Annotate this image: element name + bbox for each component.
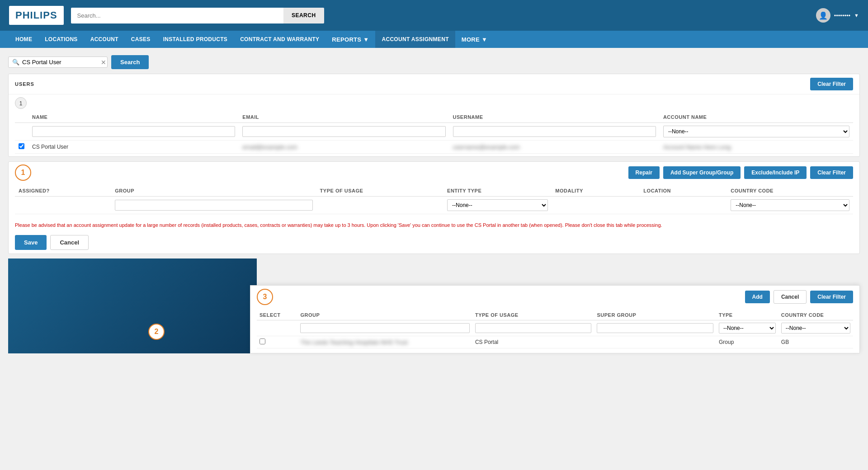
nav-item-installed-products[interactable]: INSTALLED PRODUCTS [157, 31, 234, 48]
assign-filter-group [111, 197, 316, 214]
bottom-badge-2-wrap: 2 [148, 324, 165, 340]
users-filter-account-cell: --None-- [660, 123, 853, 141]
float-row-type: Group [716, 336, 778, 348]
users-filter-name-cell [28, 123, 239, 141]
users-col-email: EMAIL [239, 112, 449, 123]
floating-table-wrap: SELECT GROUP TYPE OF USAGE SUPER GROUP T… [250, 308, 859, 353]
assign-filter-country-select[interactable]: --None-- [731, 199, 849, 211]
logo-text: PHILIPS [15, 9, 57, 21]
users-filter-account-select[interactable]: --None-- [663, 126, 849, 137]
assign-filter-group-input[interactable] [115, 200, 312, 211]
assignment-badge: 1 [15, 164, 31, 181]
search-input-wrap: 🔍 ✕ [8, 56, 108, 68]
float-filter-type-select[interactable]: --None-- [719, 323, 776, 334]
users-row-username-value: username@example.com [453, 144, 520, 150]
float-filter-group-input[interactable] [300, 323, 469, 333]
float-row-checkbox[interactable] [259, 338, 265, 344]
float-filter-group [297, 320, 472, 336]
floating-table: SELECT GROUP TYPE OF USAGE SUPER GROUP T… [257, 310, 853, 348]
assign-col-type-usage: TYPE OF USAGE [316, 185, 443, 197]
users-table: NAME EMAIL USERNAME ACCOUNT NAME [15, 112, 853, 154]
assign-filter-entity: --None-- [443, 197, 552, 214]
nav-item-locations[interactable]: LOCATIONS [38, 31, 84, 48]
users-col-username: USERNAME [449, 112, 660, 123]
assign-col-assigned: Assigned? [15, 185, 111, 197]
assign-col-modality: MODALITY [552, 185, 640, 197]
header-search-input[interactable] [71, 8, 283, 24]
users-col-account: ACCOUNT NAME [660, 112, 853, 123]
assign-filter-modality [552, 197, 640, 214]
advisory-text: Please be advised that an account assign… [9, 219, 859, 231]
users-filter-username[interactable] [453, 126, 656, 137]
float-col-type-usage: TYPE OF USAGE [472, 310, 594, 320]
assign-filter-location [640, 197, 727, 214]
float-filter-country-select[interactable]: --None-- [781, 323, 850, 334]
assignment-clear-filter-button[interactable]: Clear Filter [810, 166, 853, 179]
float-row-select [257, 336, 297, 348]
users-panel-title: USERS [15, 81, 34, 87]
exclude-include-button[interactable]: Exclude/Include IP [744, 166, 807, 179]
float-filter-row: --None-- --None-- [257, 320, 853, 336]
table-row: CS Portal User email@example.com usernam… [15, 141, 853, 154]
float-filter-super-input[interactable] [597, 323, 713, 333]
floating-btn-row: 3 Add Cancel Clear Filter [250, 286, 859, 308]
nav-item-home[interactable]: HOME [9, 31, 38, 48]
users-row-name: CS Portal User [28, 141, 239, 154]
users-panel: USERS Clear Filter 1 NAME EMAIL USERNAME… [8, 74, 860, 157]
table-row: The Leeds Teaching Hospitals NHS Trust C… [257, 336, 853, 348]
float-filter-super-group [594, 320, 716, 336]
users-clear-filter-button[interactable]: Clear Filter [810, 78, 853, 90]
badge-2: 2 [148, 324, 165, 340]
float-row-type-usage: CS Portal [472, 336, 594, 348]
floating-add-button[interactable]: Add [745, 291, 770, 303]
float-col-super-group: SUPER GROUP [594, 310, 716, 320]
assign-filter-country: --None-- [727, 197, 853, 214]
clear-icon[interactable]: ✕ [101, 59, 106, 66]
assign-filter-assigned [15, 197, 111, 214]
nav-item-account-assignment[interactable]: ACCOUNT ASSIGNMENT [375, 31, 455, 48]
float-col-select: SELECT [257, 310, 297, 320]
float-filter-select [257, 320, 297, 336]
users-row-account-value: Account Name Here Long [663, 144, 731, 150]
assignment-filter-row: --None-- --None-- [15, 197, 853, 214]
logo: PHILIPS [9, 6, 64, 25]
nav-item-cases[interactable]: CASES [125, 31, 157, 48]
assign-filter-type-usage [316, 197, 443, 214]
float-col-type: TYPE [716, 310, 778, 320]
repair-button[interactable]: Repair [628, 166, 660, 179]
nav-item-contract-warranty[interactable]: CONTRACT AND WARRANTY [234, 31, 326, 48]
save-button[interactable]: Save [15, 235, 47, 250]
add-super-group-button[interactable]: Add Super Group/Group [663, 166, 741, 179]
cancel-button[interactable]: Cancel [50, 235, 89, 250]
floating-clear-filter-button[interactable]: Clear Filter [810, 291, 853, 303]
nav-item-more[interactable]: MORE ▼ [455, 31, 494, 48]
nav-bar: HOME LOCATIONS ACCOUNT CASES INSTALLED P… [0, 31, 868, 48]
nav-item-reports[interactable]: REPORTS ▼ [326, 31, 375, 48]
assign-col-country: COUNTRY CODE [727, 185, 853, 197]
nav-item-account[interactable]: ACCOUNT [84, 31, 125, 48]
users-row-checkbox[interactable] [19, 143, 24, 149]
search-button[interactable]: Search [111, 55, 149, 69]
float-filter-usage-input[interactable] [475, 323, 592, 333]
assign-col-location: LOCATION [640, 185, 727, 197]
floating-cancel-button[interactable]: Cancel [774, 290, 807, 304]
users-filter-checkbox-cell [15, 123, 28, 141]
user-area: 👤 •••••••• ▼ [816, 8, 859, 23]
users-filter-username-cell [449, 123, 660, 141]
users-row-account: Account Name Here Long [660, 141, 853, 154]
chevron-down-icon[interactable]: ▼ [854, 13, 859, 18]
assign-filter-entity-select[interactable]: --None-- [447, 199, 548, 211]
users-filter-name[interactable] [32, 126, 235, 137]
float-row-group: The Leeds Teaching Hospitals NHS Trust [297, 336, 472, 348]
users-filter-email[interactable] [242, 126, 445, 137]
assignment-panel: 1 Repair Add Super Group/Group Exclude/I… [8, 161, 860, 254]
float-col-country: COUNTRY CODE [778, 310, 853, 320]
search-input[interactable] [22, 59, 98, 66]
search-icon: 🔍 [12, 59, 19, 66]
save-cancel-row: Save Cancel [9, 231, 859, 254]
header-search-button[interactable]: SEARCH [283, 8, 324, 24]
assign-col-entity: ENTITY TYPE [443, 185, 552, 197]
float-col-group: GROUP [297, 310, 472, 320]
header: PHILIPS SEARCH 👤 •••••••• ▼ [0, 0, 868, 31]
bottom-background [8, 258, 257, 353]
